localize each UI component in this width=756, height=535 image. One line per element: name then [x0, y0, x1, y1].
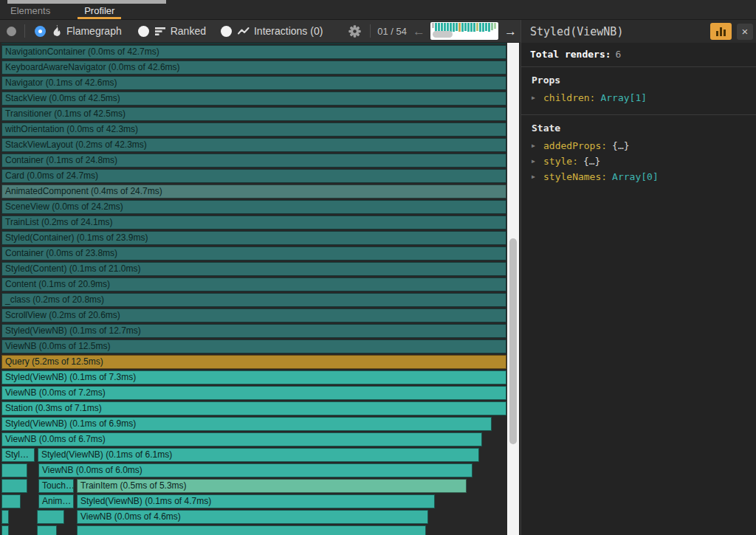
mode-interactions-radio[interactable]: [221, 26, 232, 37]
bar-chart-icon: [716, 31, 718, 36]
flame-bar[interactable]: Touch…: [38, 479, 74, 493]
scrollbar-thumb[interactable]: [509, 238, 517, 444]
next-snapshot-button[interactable]: →: [504, 25, 517, 38]
snapshot-bar[interactable]: [473, 23, 475, 32]
flame-bar[interactable]: [37, 525, 57, 535]
flame-bar[interactable]: StackViewLayout (0.2ms of 42.3ms): [1, 138, 506, 152]
details-panel-body: Total renders:6 Props ▶children:Array[1]…: [520, 43, 756, 535]
flame-bar[interactable]: Styl…: [1, 448, 35, 462]
snapshot-bar[interactable]: [476, 23, 478, 31]
flamegraph-scrollbar[interactable]: [507, 43, 519, 535]
flame-bar[interactable]: Card (0.0ms of 24.7ms): [1, 169, 506, 183]
flame-bar[interactable]: withOrientation (0.0ms of 42.3ms): [1, 122, 506, 137]
snapshot-bar[interactable]: [461, 23, 464, 32]
prop-key: styleNames:: [543, 171, 607, 182]
flame-bar[interactable]: _class (0.2ms of 20.8ms): [1, 293, 506, 307]
snapshot-counter: 01 / 54: [377, 26, 407, 37]
snapshot-bar[interactable]: [488, 23, 490, 32]
settings-gear-icon[interactable]: [348, 25, 361, 38]
kv-row[interactable]: ▶addedProps:{…}: [532, 138, 747, 153]
snapshot-bar[interactable]: [470, 23, 472, 32]
snapshot-bar[interactable]: [432, 23, 434, 28]
snapshot-bar[interactable]: [467, 23, 470, 32]
flame-bar[interactable]: ViewNB (0.0ms of 7.2ms): [1, 386, 506, 400]
prop-key: addedProps:: [543, 140, 607, 151]
mode-interactions-label[interactable]: Interactions (0): [254, 25, 323, 37]
bar-chart-icon: [720, 27, 722, 36]
flame-bar[interactable]: StackView (0.0ms of 42.5ms): [1, 92, 506, 106]
flame-bar[interactable]: KeyboardAwareNavigator (0.0ms of 42.6ms): [1, 61, 506, 75]
interactions-icon: [238, 27, 250, 35]
flame-bar[interactable]: Styled(ViewNB) (0.1ms of 7.3ms): [1, 370, 506, 384]
snapshot-bar[interactable]: [482, 23, 484, 32]
snapshot-bar[interactable]: [491, 23, 493, 30]
snapshot-bar[interactable]: [458, 23, 461, 32]
props-section: Props ▶children:Array[1]: [521, 67, 756, 115]
mode-ranked-label[interactable]: Ranked: [171, 25, 206, 37]
flame-bar[interactable]: Styled(ViewNB) (0.1ms of 6.9ms): [1, 417, 492, 431]
flame-bar[interactable]: Styled(ViewNB) (0.1ms of 12.7ms): [1, 324, 506, 338]
flame-bar[interactable]: Styled(Content) (0.1ms of 21.0ms): [1, 262, 506, 276]
snapshot-bar[interactable]: [479, 23, 481, 32]
kv-row[interactable]: ▶styleNames:Array[0]: [532, 169, 747, 184]
flame-bar[interactable]: TrainItem (0.5ms of 5.3ms): [77, 479, 467, 493]
flame-bar[interactable]: Container (0.0ms of 23.8ms): [1, 246, 506, 260]
flame-bar[interactable]: [1, 43, 506, 44]
mode-ranked-radio[interactable]: [138, 26, 149, 37]
details-panel-header: Styled(ViewNB) ×: [520, 20, 756, 43]
prop-value: {…}: [583, 156, 600, 167]
render-chart-toggle-button[interactable]: [710, 23, 732, 40]
mode-flamegraph-label[interactable]: Flamegraph: [66, 25, 122, 37]
flame-bar[interactable]: [1, 479, 27, 493]
snapshot-bar[interactable]: [485, 23, 487, 31]
flame-bar[interactable]: [1, 510, 9, 524]
close-button[interactable]: ×: [737, 24, 753, 40]
flame-bar[interactable]: Station (0.3ms of 7.1ms): [1, 401, 506, 415]
expand-triangle-icon[interactable]: ▶: [532, 142, 543, 149]
flame-bar[interactable]: Navigator (0.1ms of 42.6ms): [1, 76, 506, 90]
flame-bar[interactable]: Styled(ViewNB) (0.1ms of 6.1ms): [38, 448, 479, 462]
flame-bar[interactable]: Query (5.2ms of 12.5ms): [1, 355, 506, 369]
flame-icon: [52, 25, 62, 37]
expand-triangle-icon[interactable]: ▶: [532, 158, 543, 165]
toolbar-divider: [24, 24, 25, 38]
kv-row[interactable]: ▶style:{…}: [532, 153, 747, 169]
flame-bar[interactable]: Anim…: [38, 494, 74, 508]
devtools-profiler-window: Elements Profiler Flamegraph Ranked Inte…: [0, 0, 756, 535]
flame-bar[interactable]: SceneView (0.0ms of 24.2ms): [1, 200, 506, 214]
snapshot-pill[interactable]: [433, 31, 453, 38]
record-button[interactable]: [7, 27, 16, 36]
mode-flamegraph-radio[interactable]: [35, 26, 46, 37]
flame-bar[interactable]: [1, 463, 27, 477]
flame-bar[interactable]: NavigationContainer (0.0ms of 42.7ms): [1, 45, 506, 59]
snapshot-bar[interactable]: [464, 23, 467, 31]
flame-bar[interactable]: ViewNB (0.0ms of 4.6ms): [77, 510, 428, 524]
flame-bar[interactable]: [77, 525, 426, 535]
snapshot-bar[interactable]: [456, 23, 458, 31]
flame-bar[interactable]: ScrollView (0.2ms of 20.6ms): [1, 308, 506, 322]
flame-bar[interactable]: Content (0.1ms of 20.9ms): [1, 277, 506, 291]
kv-row[interactable]: ▶children:Array[1]: [532, 90, 747, 106]
flame-bar[interactable]: ViewNB (0.0ms of 12.5ms): [1, 339, 506, 353]
top-progress-strip: [7, 0, 166, 4]
flame-bar[interactable]: Styled(ViewNB) (0.1ms of 4.7ms): [77, 494, 435, 508]
flame-bar[interactable]: [1, 525, 9, 535]
snapshot-bar[interactable]: [494, 23, 496, 29]
flame-bar[interactable]: ViewNB (0.0ms of 6.7ms): [1, 432, 482, 446]
flame-bar[interactable]: TrainList (0.2ms of 24.1ms): [1, 215, 506, 229]
flame-bar[interactable]: [1, 494, 21, 508]
flame-bar[interactable]: AnimatedComponent (0.4ms of 24.7ms): [1, 184, 506, 199]
expand-triangle-icon[interactable]: ▶: [532, 173, 543, 180]
flame-bar[interactable]: Container (0.1ms of 24.8ms): [1, 153, 506, 168]
prev-snapshot-button[interactable]: ←: [413, 25, 425, 38]
flame-bar[interactable]: ViewNB (0.0ms of 6.0ms): [38, 463, 472, 477]
snapshot-bar[interactable]: [453, 23, 455, 32]
prop-value: Array[1]: [600, 92, 647, 103]
expand-triangle-icon[interactable]: ▶: [532, 94, 543, 101]
total-renders-value: 6: [616, 49, 622, 60]
flame-bar[interactable]: Styled(Container) (0.1ms of 23.9ms): [1, 231, 506, 245]
snapshot-bar[interactable]: [444, 23, 446, 31]
flame-bar[interactable]: [37, 510, 64, 524]
snapshot-scrubber[interactable]: [430, 22, 498, 40]
flame-bar[interactable]: Transitioner (0.1ms of 42.5ms): [1, 107, 506, 121]
